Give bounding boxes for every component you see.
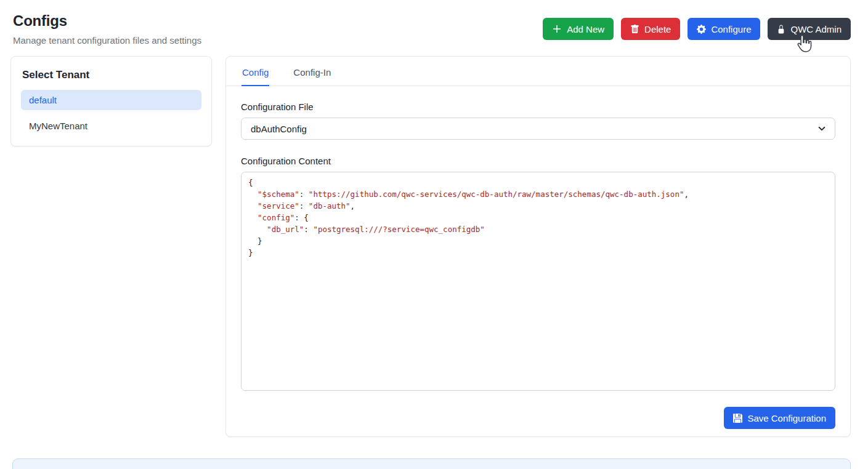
page-title: Configs: [13, 12, 201, 30]
tenant-item-default[interactable]: default: [21, 90, 201, 110]
tenant-panel-title: Select Tenant: [22, 69, 201, 81]
plus-icon: [552, 24, 562, 34]
config-panel: ConfigConfig-In Configuration File dbAut…: [225, 56, 851, 437]
qwc-admin-button[interactable]: QWC Admin: [768, 18, 851, 40]
delete-button[interactable]: Delete: [621, 18, 680, 40]
actions-row: Save Configuration: [241, 391, 835, 437]
configs-page: Configs Manage tenant configuration file…: [0, 0, 868, 469]
content-row: Select Tenant defaultMyNewTenant ConfigC…: [0, 46, 868, 437]
bottom-alert: [12, 459, 851, 469]
tenant-panel: Select Tenant defaultMyNewTenant: [10, 56, 212, 146]
trash-icon: [630, 25, 639, 34]
header-toolbar: Add New Delete Configure QWC Admin: [543, 18, 851, 40]
config-content-label: Configuration Content: [241, 156, 835, 166]
tab-config[interactable]: Config: [241, 57, 269, 86]
config-content-code: { "$schema": "https://github.com/qwc-ser…: [248, 177, 828, 259]
lock-icon: [777, 25, 785, 34]
config-content-editor[interactable]: { "$schema": "https://github.com/qwc-ser…: [241, 172, 835, 391]
configure-button[interactable]: Configure: [688, 18, 760, 40]
page-subtitle: Manage tenant configuration files and se…: [13, 35, 201, 46]
qwc-admin-label: QWC Admin: [790, 24, 842, 34]
config-file-select[interactable]: dbAuthConfig: [241, 118, 835, 140]
tenant-item-mynewtenant[interactable]: MyNewTenant: [21, 116, 201, 136]
gear-icon: [697, 25, 706, 34]
tenant-list: defaultMyNewTenant: [21, 90, 201, 136]
config-tab-body: Configuration File dbAuthConfig Configur…: [226, 86, 850, 437]
delete-label: Delete: [644, 24, 671, 34]
save-configuration-label: Save Configuration: [747, 413, 826, 423]
chevron-down-icon: [817, 124, 826, 133]
tab-bar: ConfigConfig-In: [226, 57, 850, 86]
config-file-label: Configuration File: [241, 102, 835, 112]
add-new-label: Add New: [567, 24, 604, 34]
page-heading-group: Configs Manage tenant configuration file…: [13, 12, 201, 46]
config-file-selected-value: dbAuthConfig: [251, 124, 307, 134]
page-header: Configs Manage tenant configuration file…: [0, 0, 868, 46]
add-new-button[interactable]: Add New: [543, 18, 614, 40]
save-configuration-button[interactable]: Save Configuration: [724, 407, 835, 429]
tab-config-in[interactable]: Config-In: [293, 57, 331, 86]
configure-label: Configure: [711, 24, 751, 34]
save-icon: [733, 414, 742, 423]
